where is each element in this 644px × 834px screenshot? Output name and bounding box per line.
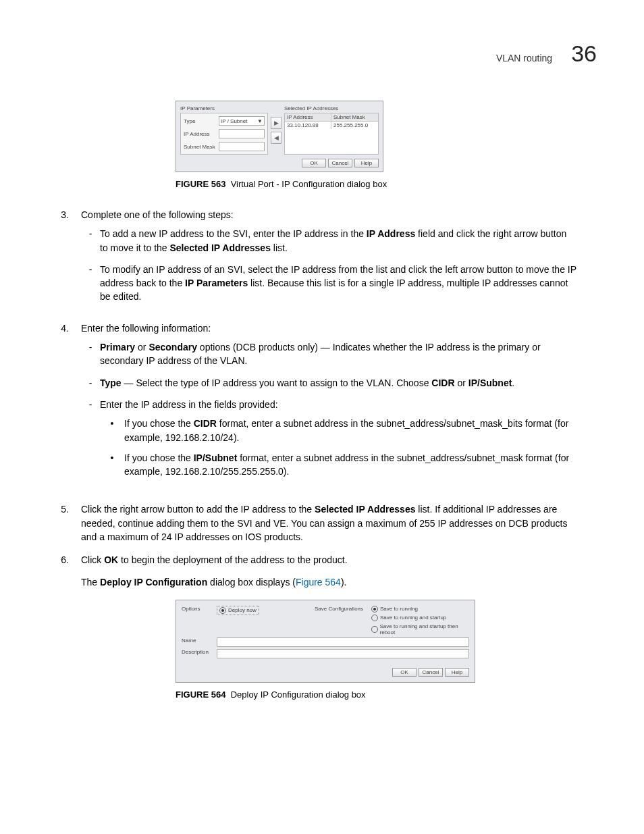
type-label: Type xyxy=(184,118,216,124)
chapter-number: 36 xyxy=(571,41,597,67)
radio-icon xyxy=(371,626,378,633)
save-to-running-radio[interactable]: Save to running xyxy=(371,606,469,613)
table-row[interactable]: 33.10.120.88 255.255.255.0 xyxy=(285,122,378,129)
ok-button[interactable]: OK xyxy=(302,159,326,167)
description-label: Description xyxy=(182,649,217,655)
type-select[interactable]: IP / Subnet ▼ xyxy=(219,116,265,126)
step-number: 5. xyxy=(41,502,81,544)
step-number: 6. xyxy=(41,553,81,567)
cancel-button[interactable]: Cancel xyxy=(419,668,443,677)
chevron-down-icon: ▼ xyxy=(257,118,263,124)
deploy-now-radio[interactable]: Deploy now xyxy=(217,606,259,615)
cancel-button[interactable]: Cancel xyxy=(328,159,352,167)
description-input[interactable] xyxy=(217,649,469,658)
save-to-running-startup-radio[interactable]: Save to running and startup xyxy=(371,615,469,621)
figure-564-link[interactable]: Figure 564 xyxy=(296,577,341,588)
move-left-button[interactable]: ◀ xyxy=(271,132,281,144)
figure-564-caption: FIGURE 564 Deploy IP Configuration dialo… xyxy=(176,689,603,700)
ip-address-label: IP Address xyxy=(184,131,216,137)
figure-563-caption: FIGURE 563 Virtual Port - IP Configurati… xyxy=(176,179,603,189)
ok-button[interactable]: OK xyxy=(392,668,417,677)
move-right-button[interactable]: ▶ xyxy=(271,117,281,129)
selected-ips-title: Selected IP Addresses xyxy=(284,105,379,113)
save-config-label: Save Configurations xyxy=(315,606,371,612)
subnet-mask-label: Subnet Mask xyxy=(184,144,216,150)
ip-config-dialog: IP Parameters Type IP / Subnet ▼ IP Addr… xyxy=(176,101,383,172)
col-ip-address: IP Address xyxy=(285,113,331,121)
ip-parameters-title: IP Parameters xyxy=(180,105,268,113)
follow-text: The Deploy IP Configuration dialog box d… xyxy=(81,577,603,588)
radio-icon xyxy=(371,615,378,621)
options-label: Options xyxy=(182,606,217,612)
help-button[interactable]: Help xyxy=(445,668,469,677)
name-label: Name xyxy=(182,637,217,644)
page-header: VLAN routing 36 xyxy=(41,41,603,67)
deploy-ip-config-dialog: Options Deploy now Save Configurations S… xyxy=(176,600,475,683)
col-subnet-mask: Subnet Mask xyxy=(331,113,378,121)
radio-selected-icon xyxy=(219,607,226,614)
radio-selected-icon xyxy=(371,606,378,613)
step-number: 4. xyxy=(41,321,81,494)
step-number: 3. xyxy=(41,208,81,312)
selected-ips-table[interactable]: IP Address Subnet Mask 33.10.120.88 255.… xyxy=(284,113,379,155)
ip-address-input[interactable] xyxy=(219,129,265,138)
header-title: VLAN routing xyxy=(496,53,552,63)
subnet-mask-input[interactable] xyxy=(219,142,265,151)
help-button[interactable]: Help xyxy=(354,159,379,167)
name-input[interactable] xyxy=(217,637,469,647)
save-to-running-startup-reboot-radio[interactable]: Save to running and startup then reboot xyxy=(371,623,469,635)
